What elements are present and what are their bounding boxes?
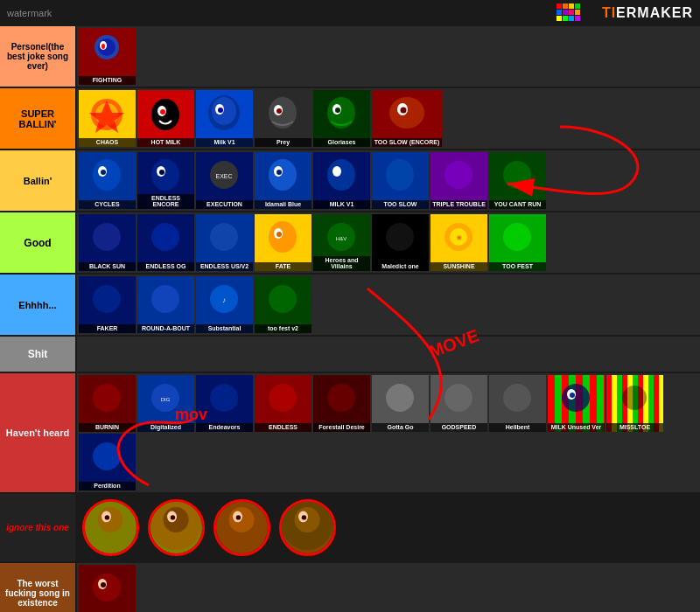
item-label: ENDLESS ENCORE <box>137 194 194 209</box>
list-item[interactable]: TOO SLOW <box>372 152 429 209</box>
list-item[interactable]: BLACK SUN <box>79 214 136 271</box>
list-item[interactable]: ♪ Substantial <box>196 276 253 333</box>
svg-point-68 <box>386 223 414 251</box>
svg-point-25 <box>335 108 340 113</box>
list-item[interactable]: ENDLESS ENCORE <box>137 152 194 209</box>
item-label: ENDLESS <box>255 423 312 432</box>
list-item[interactable]: MILK V1 <box>313 152 370 209</box>
tier-row-personel: Personel(the best joke song ever) FIGHTI… <box>0 26 700 88</box>
tier-label-ehhhh: Ehhhh... <box>0 275 77 335</box>
svg-point-51 <box>444 161 472 189</box>
svg-text:EXEC: EXEC <box>215 173 232 179</box>
item-label: TOO SLOW (ENCORE) <box>372 138 442 147</box>
list-item[interactable]: ENDLESS OG <box>137 214 194 271</box>
list-item[interactable]: ☀ SUNSHINE <box>430 214 487 271</box>
list-item[interactable]: ENDLESS <box>255 375 312 432</box>
svg-point-90 <box>210 384 238 412</box>
svg-point-98 <box>444 384 472 412</box>
list-item[interactable]: Prey <box>255 90 312 147</box>
list-item[interactable]: MILK Unused Ver <box>548 375 605 432</box>
list-item[interactable] <box>214 499 270 556</box>
svg-point-21 <box>276 108 282 114</box>
svg-point-118 <box>236 515 241 519</box>
list-item[interactable] <box>279 499 336 556</box>
list-item[interactable] <box>148 499 205 556</box>
svg-point-59 <box>210 223 238 251</box>
item-label: Endeavors <box>196 423 253 432</box>
tier-row-shit: Shit <box>0 337 700 373</box>
svg-point-55 <box>93 223 121 251</box>
item-label: Gloriases <box>313 138 370 147</box>
svg-point-78 <box>151 285 179 313</box>
list-item[interactable]: MISSLTOE <box>606 375 663 432</box>
list-item[interactable]: TOO SLOW (ENCORE) <box>372 90 442 147</box>
list-item[interactable]: Endeavors <box>196 375 253 432</box>
list-item[interactable]: Fight or Flight <box>79 565 136 612</box>
tier-content-worst: Fight or Flight <box>77 563 700 612</box>
list-item[interactable]: EXEC EXECUTION <box>196 152 253 209</box>
svg-point-114 <box>171 515 175 519</box>
list-item[interactable]: ROUND-A-BOUT <box>137 276 194 333</box>
list-item[interactable]: FAKER <box>79 276 136 333</box>
item-label: Digitalized <box>137 423 194 432</box>
list-item[interactable]: FATE <box>255 214 312 271</box>
list-item[interactable]: Gotta Go <box>372 375 429 432</box>
svg-point-46 <box>327 159 355 191</box>
svg-point-29 <box>401 108 407 114</box>
list-item[interactable]: CYCLES <box>79 152 136 209</box>
list-item[interactable]: Perdition <box>79 434 136 490</box>
item-label: YOU CANT RUN <box>489 200 546 209</box>
list-item[interactable]: TRIPLE TROUBLE <box>430 152 487 209</box>
tiermaker-logo: TiERMAKER <box>575 2 693 25</box>
list-item[interactable]: too fest v2 <box>255 276 312 333</box>
tier-label-worst: The worst fucking song in existence <box>0 563 77 612</box>
item-art <box>150 502 202 553</box>
item-label: TOO FEST <box>489 262 546 271</box>
list-item[interactable]: DIG Digitalized <box>137 375 194 432</box>
list-item[interactable]: BURNIN <box>79 375 136 432</box>
list-item[interactable]: H&V Heroes and Villains <box>313 214 370 271</box>
tier-row-ballin: Ballin' CYCLES <box>0 150 700 212</box>
list-item[interactable]: TOO FEST <box>489 214 546 271</box>
list-item[interactable]: YOU CANT RUN <box>489 152 546 209</box>
watermark-text: watermark <box>7 8 52 18</box>
svg-point-74 <box>503 223 531 251</box>
list-item[interactable]: Milk V1 <box>196 90 253 147</box>
svg-text:☀: ☀ <box>456 234 462 242</box>
list-item[interactable]: Maledict one <box>372 214 429 271</box>
tier-content-super-ballin: CHAOS HOT MILK <box>77 88 700 149</box>
tier-content-shit <box>77 337 700 372</box>
svg-point-19 <box>269 97 297 129</box>
item-label: CYCLES <box>79 200 136 209</box>
item-label: CHAOS <box>79 138 136 147</box>
list-item[interactable]: Forestall Desire <box>313 375 370 432</box>
item-label: ROUND-A-BOUT <box>137 324 194 333</box>
item-label: FAKER <box>79 324 136 333</box>
svg-point-108 <box>98 507 123 532</box>
list-item[interactable]: Hellbent <box>489 375 546 432</box>
svg-point-27 <box>389 97 424 129</box>
tier-list-container: watermark TiERMAKER Personel(the best jo… <box>0 0 700 612</box>
tier-label-super-ballin: SUPER BALLIN' <box>0 88 77 149</box>
svg-point-61 <box>269 221 297 253</box>
item-label: Maledict one <box>372 262 429 271</box>
svg-point-12 <box>160 109 165 115</box>
list-item[interactable]: FIGHTING <box>79 28 136 85</box>
list-item[interactable]: Gloriases <box>313 90 370 147</box>
item-art <box>79 565 136 612</box>
tier-row-havent-heard: Haven't heard BURNIN DIG <box>0 373 700 494</box>
list-item[interactable]: CHAOS <box>79 90 136 147</box>
svg-point-85 <box>93 384 121 412</box>
list-item[interactable]: ENDLESS US/V2 <box>196 214 253 271</box>
item-label: ENDLESS OG <box>137 262 194 271</box>
svg-text:♪: ♪ <box>222 296 226 304</box>
svg-point-47 <box>332 166 341 177</box>
tier-row-good: Good BLACK SUN ENDLESS OG <box>0 212 700 275</box>
list-item[interactable]: HOT MILK <box>137 90 194 147</box>
list-item[interactable] <box>82 499 139 556</box>
list-item[interactable]: GODSPEED <box>430 375 487 432</box>
list-item[interactable]: Idamali Blue <box>255 152 312 209</box>
item-label: Heroes and Villains <box>313 256 370 271</box>
item-label: BLACK SUN <box>79 262 136 271</box>
svg-point-57 <box>151 223 179 251</box>
